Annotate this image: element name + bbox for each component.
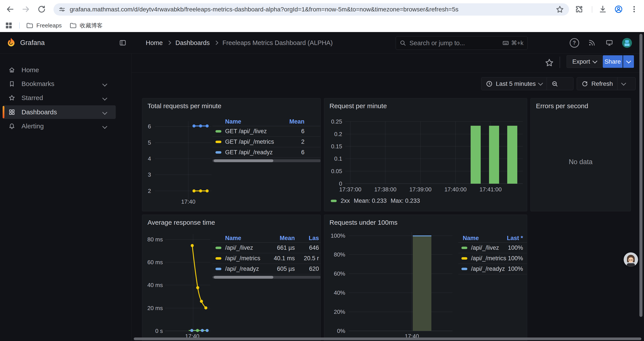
- legend-row[interactable]: /api/_/readyz100%: [458, 264, 527, 274]
- refresh-group: Refresh: [577, 77, 636, 90]
- legend-row[interactable]: GET /api/_/livez6: [212, 126, 321, 137]
- chevron-right-icon: [167, 41, 171, 45]
- sidebar-item-alerting[interactable]: Alerting: [3, 119, 116, 133]
- back-icon[interactable]: [5, 4, 15, 15]
- browser-toolbar: grafana.mathmast.com/d/deytv4rwavabkb/fr…: [0, 0, 644, 19]
- refresh-button[interactable]: Refresh: [577, 78, 617, 90]
- browser-menu-icon[interactable]: [629, 4, 640, 15]
- svg-text:17:37:00: 17:37:00: [339, 186, 361, 193]
- screen: grafana.mathmast.com/d/deytv4rwavabkb/fr…: [0, 0, 644, 341]
- profile-icon[interactable]: [613, 4, 624, 15]
- legend-2xx[interactable]: 2xx Mean: 0.233 Max: 0.233: [331, 197, 420, 204]
- bell-icon: [8, 123, 15, 130]
- legend-row[interactable]: GET /api/_/readyz6: [212, 147, 321, 158]
- bar-2xx: [489, 126, 499, 184]
- site-settings-icon[interactable]: [58, 6, 66, 13]
- legend-row[interactable]: /api/_/readyz605 µs620: [212, 264, 321, 274]
- time-range-group: Last 5 minutes: [481, 77, 574, 90]
- search-placeholder: Search or jump to...: [410, 40, 502, 47]
- search-input[interactable]: Search or jump to... ⌘+k: [396, 36, 528, 50]
- sidebar-item-starred[interactable]: Starred: [3, 91, 116, 105]
- reload-icon[interactable]: [36, 4, 47, 15]
- sidebar: Home Bookmarks Starred Dashboards Alerti: [0, 54, 132, 341]
- breadcrumb: Home Dashboards Freeleaps Metrics Dashbo…: [146, 32, 333, 54]
- dock-menu-icon[interactable]: [118, 38, 128, 48]
- export-button[interactable]: Export: [566, 55, 602, 68]
- chevron-down-icon[interactable]: [102, 96, 108, 101]
- horizontal-scrollbar[interactable]: [134, 337, 641, 340]
- dashboard-header: Export Share: [132, 54, 644, 73]
- time-range-picker[interactable]: Last 5 minutes: [481, 78, 547, 90]
- news-rss-icon[interactable]: [587, 38, 597, 48]
- bookmark-star-icon[interactable]: [556, 5, 564, 14]
- legend-row[interactable]: /api/_/livez100%: [458, 243, 527, 253]
- forward-icon[interactable]: [20, 4, 31, 15]
- bookmarks-divider: [19, 22, 20, 29]
- legend-row[interactable]: /api/_/metrics100%: [458, 253, 527, 264]
- extensions-icon[interactable]: [574, 4, 584, 15]
- series-line-metrics: [192, 245, 206, 308]
- chevron-down-icon: [592, 58, 598, 63]
- chevron-down-icon[interactable]: [102, 124, 108, 129]
- svg-text:17:39:00: 17:39:00: [409, 186, 432, 193]
- zoom-out-button[interactable]: [547, 78, 563, 90]
- series-color-yellow: [462, 257, 467, 260]
- breadcrumb-current: Freeleaps Metrics Dashboard (ALPHA): [222, 39, 333, 47]
- monitor-icon[interactable]: [604, 38, 614, 48]
- legend-row[interactable]: /api/_/livez661 µs646: [212, 243, 321, 253]
- floating-assistant-avatar[interactable]: [624, 252, 638, 267]
- series-color-blue: [216, 151, 222, 154]
- sidebar-item-label: Alerting: [22, 119, 44, 133]
- panel-errors-per-second: Errors per second No data: [530, 98, 631, 211]
- svg-text:0 s: 0 s: [155, 327, 163, 334]
- bookmark-folder-blogs[interactable]: 收藏博客: [69, 19, 102, 32]
- vertical-scrollbar[interactable]: [640, 34, 642, 317]
- grafana-logo[interactable]: [6, 37, 17, 48]
- series-color-green: [216, 130, 222, 133]
- favorite-star-icon[interactable]: [544, 58, 554, 68]
- url-bar[interactable]: grafana.mathmast.com/d/deytv4rwavabkb/fr…: [54, 3, 569, 16]
- user-avatar[interactable]: [622, 38, 632, 48]
- time-controls: Last 5 minutes Refresh: [132, 77, 644, 90]
- help-icon[interactable]: [570, 38, 579, 48]
- refresh-icon: [581, 80, 588, 87]
- legend-scrollbar[interactable]: [212, 276, 321, 279]
- refresh-interval-button[interactable]: [618, 78, 630, 90]
- svg-text:0.2: 0.2: [334, 131, 342, 137]
- legend-table: NameMeanLas /api/_/livez661 µs646 /api/_…: [212, 234, 321, 279]
- refresh-label: Refresh: [592, 80, 613, 87]
- series-color-yellow: [216, 141, 222, 143]
- share-menu-button[interactable]: [623, 55, 634, 68]
- panel-requests-under-100ms: Requests under 100ms 100% 80% 60% 40% 20…: [324, 215, 527, 341]
- bookmark-folder-freeleaps[interactable]: Freeleaps: [26, 19, 62, 32]
- series-color-blue: [462, 268, 467, 270]
- chevron-down-icon[interactable]: [102, 82, 108, 87]
- svg-text:0%: 0%: [337, 327, 345, 334]
- no-data-message: No data: [531, 158, 631, 166]
- legend-row[interactable]: /api/_/metrics40.1 ms20.5 r: [212, 253, 321, 264]
- bar-2xx: [507, 126, 517, 184]
- panel-avg-response-time: Average response time 80 ms 60 ms 40 ms …: [142, 215, 321, 341]
- legend-scrollbar[interactable]: [212, 159, 321, 162]
- sidebar-item-dashboards[interactable]: Dashboards: [3, 105, 116, 119]
- sidebar-item-home[interactable]: Home: [3, 63, 116, 77]
- brand-title[interactable]: Grafana: [20, 32, 45, 54]
- panel-request-per-minute: Request per minute 0.25 0.2 0.15 0.1 0.0…: [324, 98, 527, 211]
- svg-text:5: 5: [148, 139, 151, 146]
- legend-row[interactable]: GET /api/_/metrics2: [212, 137, 321, 147]
- svg-text:17:41:00: 17:41:00: [480, 186, 502, 193]
- dashboards-grid-icon: [8, 109, 15, 116]
- breadcrumb-dashboards[interactable]: Dashboards: [175, 39, 210, 47]
- svg-text:40 ms: 40 ms: [147, 282, 163, 288]
- svg-text:0.05: 0.05: [331, 168, 342, 174]
- svg-text:40%: 40%: [334, 289, 345, 296]
- chevron-down-icon[interactable]: [102, 110, 108, 115]
- chevron-right-icon: [214, 41, 218, 45]
- apps-grid-icon[interactable]: [4, 20, 14, 31]
- download-icon[interactable]: [598, 4, 608, 15]
- sidebar-item-label: Dashboards: [22, 105, 57, 119]
- sidebar-item-bookmarks[interactable]: Bookmarks: [3, 77, 116, 91]
- breadcrumb-home[interactable]: Home: [146, 39, 163, 47]
- share-button[interactable]: Share: [603, 55, 622, 68]
- panel-title[interactable]: Errors per second: [536, 102, 588, 110]
